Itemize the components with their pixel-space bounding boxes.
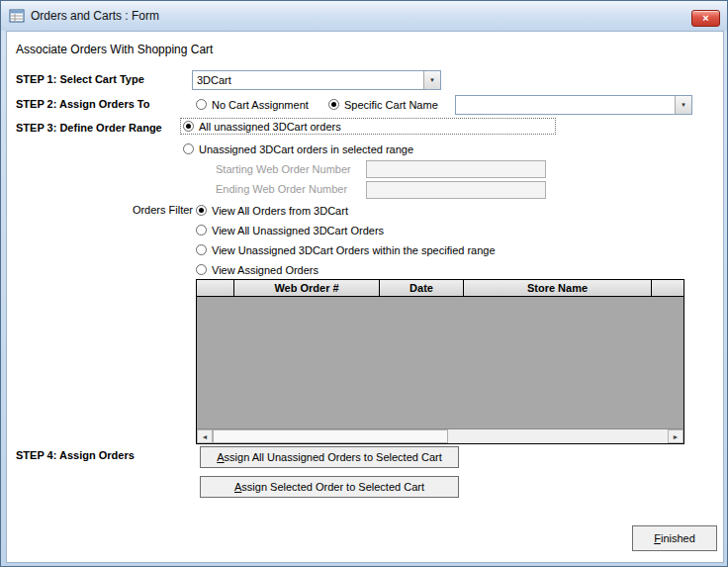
radio-view-unassigned-range[interactable]: View Unassigned 3DCart Orders within the… xyxy=(196,242,496,257)
step3-label: STEP 3: Define Order Range xyxy=(16,122,162,134)
radio-label: No Cart Assignment xyxy=(212,99,309,111)
finished-button[interactable]: Finished xyxy=(632,525,717,551)
radio-view-assigned-orders[interactable]: View Assigned Orders xyxy=(196,262,318,277)
window-title: Orders and Carts : Form xyxy=(31,9,159,23)
button-label: ssign All Unassigned Orders to Selected … xyxy=(225,451,442,463)
column-header-web-order: Web Order # xyxy=(234,280,380,296)
radio-label: Unassigned 3DCart orders in selected ran… xyxy=(199,143,413,155)
scroll-left-icon[interactable]: ◄ xyxy=(197,429,213,443)
radio-icon xyxy=(183,143,194,154)
ending-order-label: Ending Web Order Number xyxy=(216,183,347,195)
orders-table: Web Order # Date Store Name ◄ ► xyxy=(196,279,684,444)
accel-letter: A xyxy=(234,481,241,493)
radio-no-cart-assignment[interactable]: No Cart Assignment xyxy=(196,97,309,112)
radio-label: View Unassigned 3DCart Orders within the… xyxy=(212,244,496,256)
radio-specific-cart-name[interactable]: Specific Cart Name xyxy=(328,97,438,112)
radio-icon xyxy=(196,99,207,110)
radio-icon xyxy=(196,264,207,275)
step4-label: STEP 4: Assign Orders xyxy=(16,449,135,461)
close-icon: × xyxy=(702,13,708,24)
horizontal-scrollbar[interactable]: ◄ ► xyxy=(197,428,683,443)
scrollbar-thumb[interactable] xyxy=(213,429,448,443)
radio-label: View Assigned Orders xyxy=(212,264,318,276)
button-label: inished xyxy=(661,532,695,544)
assign-selected-button[interactable]: Assign Selected Order to Selected Cart xyxy=(200,476,459,498)
radio-label: View All Unassigned 3DCart Orders xyxy=(212,225,384,236)
orders-carts-window: Orders and Carts : Form × Associate Orde… xyxy=(0,0,728,567)
radio-label: Specific Cart Name xyxy=(344,99,438,111)
radio-unassigned-orders-range[interactable]: Unassigned 3DCart orders in selected ran… xyxy=(183,142,413,156)
column-header-selector xyxy=(197,280,234,296)
accel-letter: A xyxy=(217,451,224,463)
step1-label: STEP 1: Select Cart Type xyxy=(16,73,144,85)
ending-order-input[interactable] xyxy=(366,181,546,199)
dropdown-arrow-icon[interactable]: ▼ xyxy=(675,96,691,114)
step2-label: STEP 2: Assign Orders To xyxy=(16,98,150,110)
form-content: Associate Orders With Shopping Cart STEP… xyxy=(6,31,724,563)
dropdown-arrow-icon[interactable]: ▼ xyxy=(423,71,440,89)
cart-type-dropdown[interactable]: 3DCart ▼ xyxy=(192,70,441,90)
radio-all-unassigned-orders[interactable]: All unassigned 3DCart orders xyxy=(181,119,555,134)
assign-all-unassigned-button[interactable]: Assign All Unassigned Orders to Selected… xyxy=(200,446,459,468)
orders-filter-label: Orders Filter xyxy=(101,204,193,216)
close-button[interactable]: × xyxy=(691,10,720,27)
radio-icon xyxy=(196,244,207,255)
radio-icon xyxy=(196,205,207,216)
radio-label: View All Orders from 3DCart xyxy=(212,205,348,217)
orders-table-body xyxy=(197,297,683,428)
orders-table-header: Web Order # Date Store Name xyxy=(197,280,683,297)
accel-letter: F xyxy=(654,532,661,544)
button-label: ssign Selected Order to Selected Cart xyxy=(241,481,424,493)
cart-type-value: 3DCart xyxy=(193,71,423,89)
column-header-store-name: Store Name xyxy=(464,280,652,296)
column-header-date: Date xyxy=(380,280,464,296)
cart-name-dropdown[interactable]: ▼ xyxy=(455,95,692,115)
radio-icon xyxy=(183,121,194,132)
column-header-filler xyxy=(652,280,683,296)
radio-icon xyxy=(196,225,207,236)
radio-view-all-unassigned[interactable]: View All Unassigned 3DCart Orders xyxy=(196,223,384,237)
starting-order-input[interactable] xyxy=(366,160,546,178)
radio-icon xyxy=(328,99,339,110)
scroll-right-icon[interactable]: ► xyxy=(668,429,683,443)
form-icon xyxy=(9,8,25,24)
radio-view-all-orders[interactable]: View All Orders from 3DCart xyxy=(196,203,348,218)
starting-order-label: Starting Web Order Number xyxy=(216,163,351,175)
page-title: Associate Orders With Shopping Cart xyxy=(16,43,213,56)
titlebar[interactable]: Orders and Carts : Form × xyxy=(1,1,727,31)
cart-name-value xyxy=(456,96,675,114)
radio-label: All unassigned 3DCart orders xyxy=(199,121,341,133)
